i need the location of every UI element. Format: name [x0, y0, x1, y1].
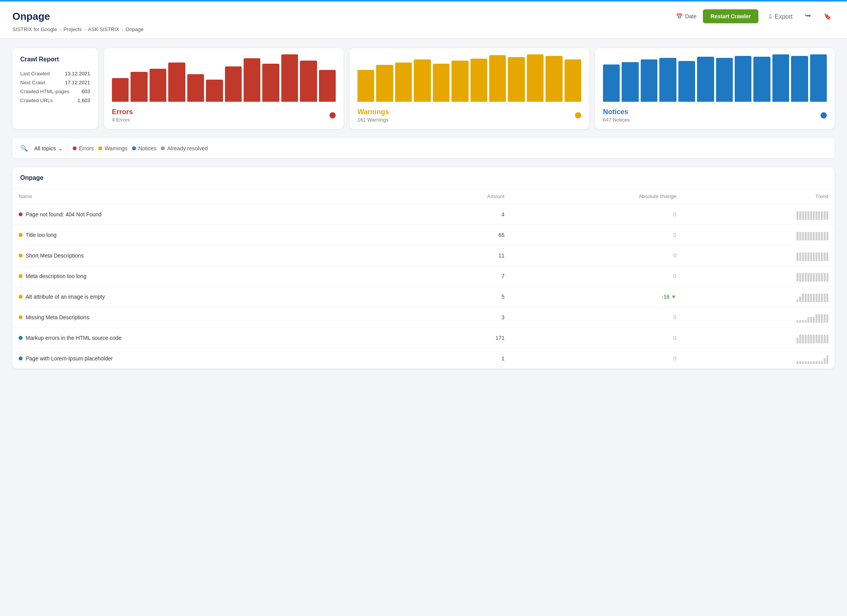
trend-bar — [807, 317, 809, 323]
trend-bar — [813, 294, 815, 302]
date-button[interactable]: 📅 Date — [676, 13, 697, 19]
breadcrumb-sistrix[interactable]: SISTRIX for Google — [12, 26, 57, 32]
row-label: Markup errors in the HTML source code — [26, 335, 122, 341]
chart-area — [603, 54, 827, 105]
table-row[interactable]: Short Meta Descriptions110 — [12, 245, 835, 266]
trend-bar — [818, 361, 820, 364]
trend-bar — [796, 232, 798, 240]
crawl-row: Crawled HTML-pages603 — [20, 87, 90, 96]
trend-bar — [813, 335, 815, 343]
chart-bar — [433, 64, 450, 102]
cell-name: Title too long — [12, 225, 408, 245]
trend-bar — [796, 211, 798, 220]
cell-change: 0 — [511, 245, 683, 266]
trend-bar — [802, 335, 804, 343]
row-dot — [19, 357, 23, 360]
trend-bars — [689, 312, 828, 323]
cell-name: Page with Lorem-Ipsum placeholder — [12, 348, 408, 369]
chevron-down-icon: ⌄ — [58, 145, 63, 151]
table-row[interactable]: Page with Lorem-Ipsum placeholder10 — [12, 348, 835, 369]
table-row[interactable]: Page not found: 404 Not Found40 — [12, 204, 835, 225]
table-row[interactable]: Meta description too long70 — [12, 266, 835, 287]
row-dot — [19, 274, 23, 278]
trend-bar — [796, 338, 798, 343]
trend-bar — [824, 232, 826, 240]
onpage-table: NameAmountAbsolute changeTrend Page not … — [12, 189, 835, 369]
crawl-report-card: Crawl Report Last Crawled13.12.2021Next … — [12, 48, 98, 129]
crawl-label: Last Crawled — [20, 71, 50, 77]
row-label: Page with Lorem-Ipsum placeholder — [26, 355, 113, 362]
cell-change: 0 — [511, 204, 683, 225]
table-row[interactable]: Title too long650 — [12, 225, 835, 245]
chart-bar — [225, 66, 242, 102]
trend-bar — [813, 252, 815, 261]
trend-bar — [818, 211, 820, 220]
chart-bar — [395, 63, 412, 102]
export-button[interactable]: ⇩ Export — [765, 11, 796, 22]
breadcrumb-projects[interactable]: Projects — [63, 26, 82, 32]
stat-sublabel: 647 Notices — [603, 117, 630, 123]
table-body: Page not found: 404 Not Found40Title too… — [12, 204, 835, 369]
filter-tag-already-resolved[interactable]: Already resolved — [161, 145, 207, 151]
chart-area — [112, 54, 336, 105]
search-button[interactable]: 🔍 — [19, 143, 30, 153]
chart-bar — [565, 59, 581, 102]
trend-bar — [796, 320, 798, 323]
trend-bar — [805, 211, 807, 220]
table-row[interactable]: Markup errors in the HTML source code171… — [12, 328, 835, 348]
trend-bar — [821, 335, 823, 343]
table-title: Onpage — [12, 167, 835, 189]
trend-bar — [813, 317, 815, 323]
trend-bar — [802, 361, 804, 364]
trend-bar — [816, 361, 817, 364]
table-row[interactable]: Alt attribute of an image is empty5-16 ▼ — [12, 287, 835, 307]
trend-bar — [824, 294, 826, 302]
chart-bar — [545, 56, 562, 102]
trend-bar — [821, 361, 823, 364]
trend-bar — [826, 252, 828, 261]
trend-bar — [799, 320, 801, 323]
stat-bottom: Warnings 161 Warnings — [357, 108, 581, 123]
chart-bar — [168, 63, 185, 102]
breadcrumb-current: Onpage — [125, 26, 143, 32]
trend-bar — [805, 232, 807, 240]
row-label: Meta description too long — [26, 273, 86, 279]
trend-bar — [821, 314, 823, 323]
chart-bar — [244, 58, 260, 102]
chart-bar — [206, 80, 223, 102]
cell-name: Alt attribute of an image is empty — [12, 287, 408, 307]
trend-bar — [826, 335, 828, 343]
chart-bar — [112, 78, 129, 102]
stat-card-warnings[interactable]: Warnings 161 Warnings — [350, 48, 589, 129]
chart-bar — [187, 74, 204, 102]
cell-trend — [683, 348, 835, 369]
page-title-area: Onpage — [12, 10, 50, 23]
cell-name: Markup errors in the HTML source code — [12, 328, 408, 348]
row-dot — [19, 336, 23, 340]
restart-crawler-button[interactable]: Restart Crawler — [703, 9, 759, 23]
row-dot — [19, 295, 23, 299]
cell-amount: 5 — [408, 287, 511, 307]
trend-bar — [816, 314, 817, 323]
breadcrumb-ask[interactable]: ASK SISTRIX — [88, 26, 119, 32]
header-actions: 📅 Date Restart Crawler ⇩ Export ⮩ 🔖 — [676, 9, 835, 23]
filter-tag-warnings[interactable]: Warnings — [98, 145, 127, 151]
download-icon: ⇩ — [768, 13, 773, 20]
trend-bar — [824, 273, 826, 282]
stat-card-errors[interactable]: Errors 4 Errors — [104, 48, 343, 129]
filter-tag-errors[interactable]: Errors — [73, 145, 94, 151]
stat-info: Notices 647 Notices — [603, 108, 630, 123]
trend-bar — [796, 361, 798, 364]
row-label: Title too long — [26, 232, 57, 238]
stat-card-notices[interactable]: Notices 647 Notices — [595, 48, 835, 129]
filter-dot — [161, 146, 165, 150]
all-topics-dropdown[interactable]: All topics ⌄ — [34, 145, 63, 151]
share-button[interactable]: ⮩ — [802, 11, 814, 21]
table-row[interactable]: Missing Meta Descriptions30 — [12, 307, 835, 328]
crawl-value: 13.12.2021 — [65, 71, 90, 77]
breadcrumb: SISTRIX for Google › Projects › ASK SIST… — [12, 26, 835, 38]
cell-name: Short Meta Descriptions — [12, 245, 408, 266]
trend-bar — [802, 294, 804, 302]
filter-tag-notices[interactable]: Notices — [132, 145, 157, 151]
bookmark-button[interactable]: 🔖 — [821, 11, 835, 22]
